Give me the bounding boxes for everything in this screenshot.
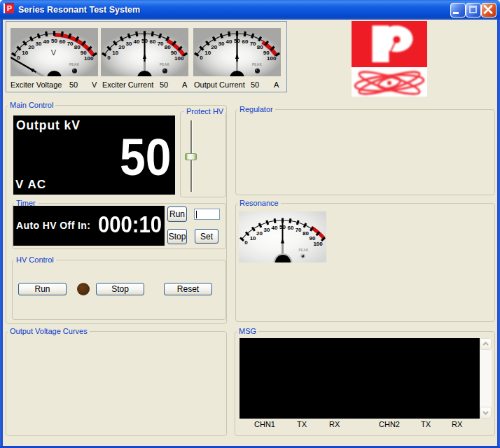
svg-text:100: 100: [174, 55, 184, 62]
svg-text:70: 70: [67, 41, 74, 47]
svg-text:100: 100: [84, 55, 94, 62]
svg-text:90: 90: [263, 50, 270, 56]
svg-text:60: 60: [288, 225, 294, 231]
svg-text:20: 20: [28, 44, 34, 50]
svg-text:40: 40: [134, 38, 140, 45]
svg-text:50: 50: [51, 38, 57, 44]
svg-text:0: 0: [244, 239, 248, 246]
svg-text:20: 20: [211, 44, 217, 50]
svg-text:90: 90: [171, 50, 177, 56]
svg-text:70: 70: [158, 41, 164, 47]
svg-text:30: 30: [125, 41, 132, 47]
svg-text:70: 70: [296, 227, 302, 233]
svg-text:40: 40: [272, 225, 278, 231]
svg-text:40: 40: [226, 38, 232, 45]
svg-text:V: V: [51, 48, 57, 57]
svg-text:60: 60: [242, 38, 249, 45]
svg-text:60: 60: [60, 38, 66, 45]
svg-text:0: 0: [200, 55, 203, 61]
svg-text:100: 100: [267, 55, 277, 62]
svg-text:PEAK: PEAK: [160, 63, 169, 66]
svg-text:30: 30: [35, 41, 41, 47]
svg-text:40: 40: [43, 38, 50, 45]
svg-text:30: 30: [218, 41, 224, 47]
svg-text:70: 70: [250, 41, 256, 47]
svg-text:20: 20: [256, 230, 263, 237]
svg-text:PEAK: PEAK: [252, 63, 262, 66]
svg-text:60: 60: [150, 38, 156, 45]
svg-text:90: 90: [81, 50, 87, 56]
svg-text:PEAK: PEAK: [298, 248, 308, 252]
svg-text:0: 0: [17, 55, 20, 61]
svg-text:80: 80: [303, 230, 309, 237]
svg-text:20: 20: [118, 44, 125, 50]
svg-text:10: 10: [250, 235, 256, 241]
svg-text:0: 0: [107, 55, 111, 61]
svg-text:100: 100: [313, 241, 323, 247]
svg-text:PEAK: PEAK: [69, 63, 79, 66]
svg-text:30: 30: [263, 227, 270, 233]
